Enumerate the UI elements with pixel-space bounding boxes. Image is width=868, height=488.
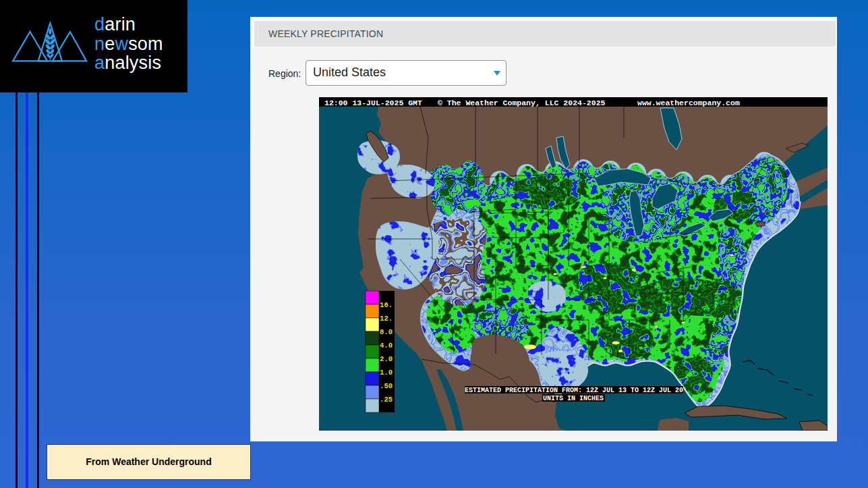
svg-text:8.0: 8.0 — [380, 328, 393, 336]
svg-text:.50: .50 — [380, 382, 393, 390]
svg-text:www.weathercompany.com: www.weathercompany.com — [637, 99, 740, 107]
svg-text:© The Weather Company, LLC 202: © The Weather Company, LLC 2024-2025 — [438, 99, 606, 107]
svg-text:UNITS IN INCHES: UNITS IN INCHES — [543, 395, 604, 402]
svg-text:2.0: 2.0 — [380, 355, 393, 363]
svg-text:16.: 16. — [380, 301, 393, 309]
svg-text:12:00 13-JUL-2025 GMT: 12:00 13-JUL-2025 GMT — [324, 99, 422, 107]
svg-text:.25: .25 — [380, 396, 393, 404]
svg-text:12.: 12. — [380, 315, 393, 323]
svg-text:ESTIMATED PRECIPITATION FROM:: ESTIMATED PRECIPITATION FROM: 12Z JUL 13… — [465, 387, 683, 394]
svg-text:1.0: 1.0 — [380, 369, 393, 377]
svg-text:4.0: 4.0 — [380, 342, 393, 350]
